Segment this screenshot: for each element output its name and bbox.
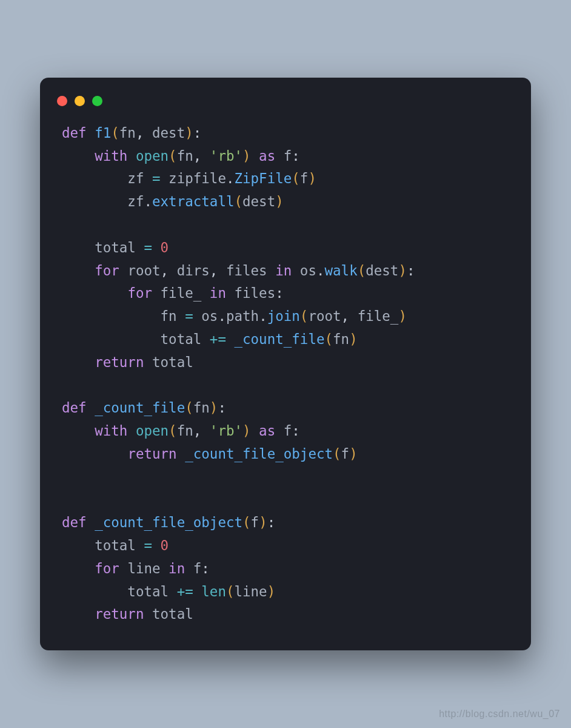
code-token: dirs [177, 263, 210, 278]
code-token [62, 606, 95, 622]
code-token: += [177, 584, 193, 599]
code-token: , [193, 423, 210, 439]
code-token: = [144, 538, 152, 553]
code-token: f1 [95, 125, 111, 141]
code-token: : [218, 400, 226, 416]
code-token: dest [152, 125, 185, 141]
code-token: ) [242, 423, 251, 439]
code-line: total += len(line) [62, 584, 275, 599]
minimize-icon[interactable] [75, 96, 85, 106]
code-window: def f1(fn, dest): with open(fn, 'rb') as… [40, 78, 531, 651]
code-token: dest [242, 194, 275, 209]
code-token: ) [349, 331, 358, 347]
code-token: f [284, 148, 292, 164]
code-token [62, 148, 95, 164]
code-line: for line in f: [62, 561, 210, 576]
code-token [62, 561, 95, 576]
code-token: 'rb' [210, 148, 242, 164]
code-token: : [267, 514, 276, 530]
code-line: total += _count_file(fn) [62, 331, 358, 347]
code-token: total [152, 354, 193, 370]
code-token: fn [177, 423, 193, 439]
code-token: join [267, 308, 300, 324]
code-token [152, 240, 161, 255]
code-token: fn [333, 331, 349, 347]
code-token: zf [62, 170, 152, 186]
code-token [62, 446, 127, 462]
code-token: dest [366, 263, 398, 278]
code-token: f [251, 514, 259, 530]
code-token: def [62, 400, 95, 416]
code-line: return _count_file_object(f) [62, 446, 358, 462]
code-token: in [161, 561, 193, 576]
code-token: file_ [358, 308, 399, 324]
code-line: fn = os.path.join(root, file_) [62, 308, 407, 324]
code-line: with open(fn, 'rb') as f: [62, 148, 300, 164]
code-token: ) [259, 514, 267, 530]
code-token: f [341, 446, 350, 462]
code-line: zf = zipfile.ZipFile(f) [62, 170, 316, 186]
code-line: def f1(fn, dest): [62, 125, 201, 141]
code-token: _count_file_object [95, 514, 242, 530]
code-token [62, 423, 95, 439]
code-token: fn [193, 400, 210, 416]
code-token: ( [325, 331, 333, 347]
code-token: ( [226, 584, 235, 599]
code-token: ) [210, 400, 218, 416]
code-line: zf.extractall(dest) [62, 194, 284, 209]
code-token: , [193, 148, 210, 164]
code-line: def _count_file(fn): [62, 400, 226, 416]
code-line: total = 0 [62, 538, 169, 553]
code-token: file_ [161, 285, 202, 301]
code-token: extractall [152, 194, 234, 209]
maximize-icon[interactable] [92, 96, 102, 106]
code-token: _count_file [95, 400, 185, 416]
code-line: return total [62, 606, 193, 622]
code-token: f [300, 170, 309, 186]
code-token: ( [234, 194, 242, 209]
code-block: def f1(fn, dest): with open(fn, 'rb') as… [40, 122, 531, 627]
code-token: ( [169, 423, 177, 439]
code-token: 0 [161, 240, 169, 255]
code-token: ) [185, 125, 193, 141]
code-token: ) [267, 584, 276, 599]
code-token: : [193, 125, 202, 141]
code-token: total [152, 606, 193, 622]
code-line: for file_ in files: [62, 285, 284, 301]
code-token: open [136, 423, 169, 439]
code-token: def [62, 125, 95, 141]
code-token: path [226, 308, 259, 324]
code-token: : [407, 263, 415, 278]
code-token: ) [308, 170, 316, 186]
code-token: : [292, 148, 300, 164]
code-token [62, 354, 95, 370]
code-token: zf [62, 194, 144, 209]
code-token: total [62, 538, 144, 553]
code-token [193, 584, 202, 599]
code-token: . [218, 308, 226, 324]
code-line: def _count_file_object(f): [62, 514, 275, 530]
close-icon[interactable] [57, 96, 67, 106]
code-token: os [193, 308, 218, 324]
code-token: for [127, 285, 160, 301]
code-token: fn [119, 125, 136, 141]
code-token: root [127, 263, 160, 278]
code-token: . [144, 194, 152, 209]
code-token: = [185, 308, 193, 324]
code-token: as [251, 423, 284, 439]
code-token: total [62, 584, 177, 599]
code-token: with [95, 148, 136, 164]
code-token: for [95, 561, 127, 576]
code-token: ( [242, 514, 251, 530]
code-token: zipfile [161, 170, 226, 186]
code-token: line [127, 561, 160, 576]
code-token: with [95, 423, 136, 439]
code-token: ( [300, 308, 309, 324]
code-token: files [226, 263, 267, 278]
code-token: , [341, 308, 358, 324]
code-token: fn [62, 308, 185, 324]
code-token: . [226, 170, 235, 186]
code-token: ( [185, 400, 193, 416]
code-token: 0 [161, 538, 169, 553]
code-token: += [210, 331, 226, 347]
